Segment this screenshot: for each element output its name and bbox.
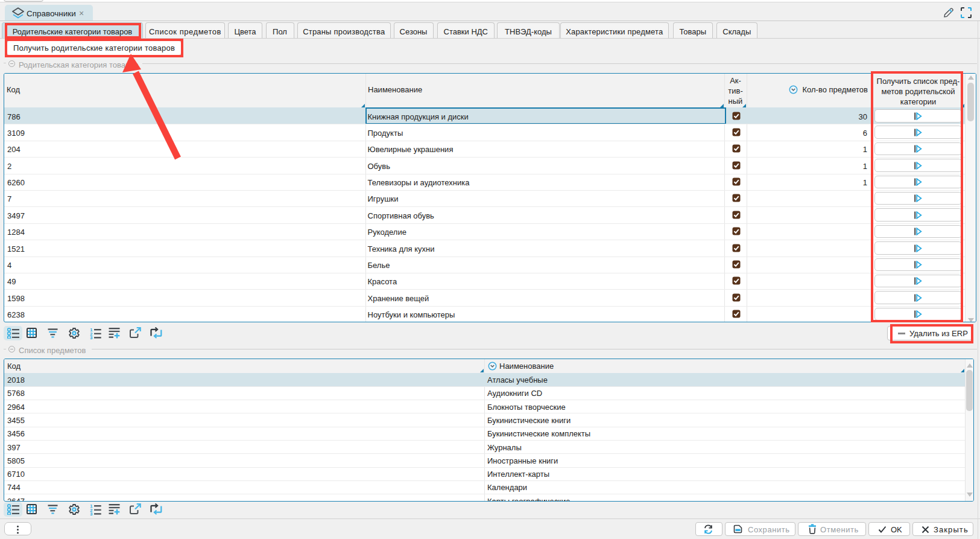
svg-text:3: 3 (90, 335, 92, 339)
svg-text:3: 3 (90, 511, 92, 515)
